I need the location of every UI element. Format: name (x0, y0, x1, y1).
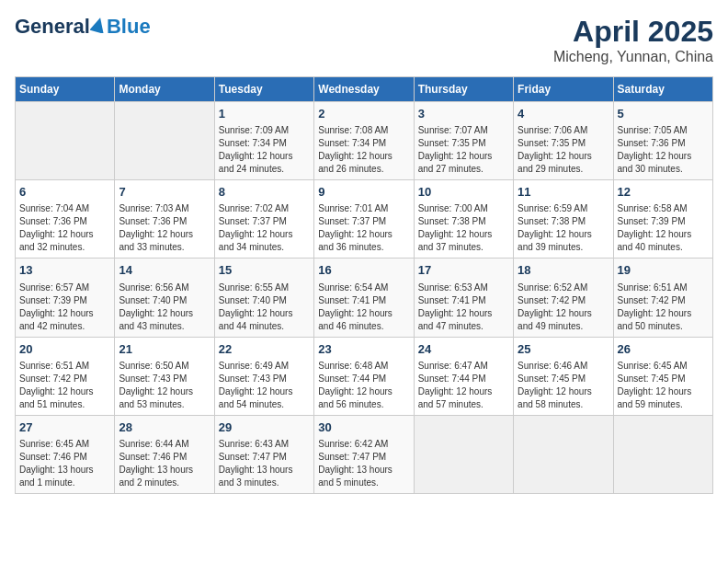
day-info: Sunrise: 6:52 AM Sunset: 7:42 PM Dayligh… (518, 282, 609, 333)
calendar-day-cell: 18Sunrise: 6:52 AM Sunset: 7:42 PM Dayli… (514, 259, 613, 337)
day-of-week-header: Monday (115, 77, 214, 102)
day-info: Sunrise: 6:43 AM Sunset: 7:47 PM Dayligh… (219, 438, 310, 489)
logo-blue: Blue (107, 15, 151, 39)
day-number: 5 (618, 106, 709, 122)
calendar-week-row: 6Sunrise: 7:04 AM Sunset: 7:36 PM Daylig… (16, 180, 713, 259)
day-number: 11 (518, 184, 609, 201)
calendar-day-cell: 30Sunrise: 6:42 AM Sunset: 7:47 PM Dayli… (314, 415, 414, 493)
day-info: Sunrise: 7:00 AM Sunset: 7:38 PM Dayligh… (418, 202, 509, 254)
calendar-title: April 2025 (553, 15, 713, 49)
day-info: Sunrise: 7:07 AM Sunset: 7:35 PM Dayligh… (418, 124, 509, 176)
calendar-day-cell: 10Sunrise: 7:00 AM Sunset: 7:38 PM Dayli… (414, 180, 513, 259)
day-info: Sunrise: 7:06 AM Sunset: 7:35 PM Dayligh… (518, 124, 609, 176)
calendar-day-cell: 26Sunrise: 6:45 AM Sunset: 7:45 PM Dayli… (613, 337, 712, 415)
day-of-week-header: Wednesday (314, 77, 414, 102)
calendar-day-cell: 13Sunrise: 6:57 AM Sunset: 7:39 PM Dayli… (16, 259, 115, 337)
day-number: 29 (219, 419, 310, 436)
day-number: 30 (318, 419, 409, 436)
calendar-week-row: 20Sunrise: 6:51 AM Sunset: 7:42 PM Dayli… (16, 337, 713, 415)
calendar-day-cell: 20Sunrise: 6:51 AM Sunset: 7:42 PM Dayli… (16, 337, 115, 415)
calendar-day-cell: 12Sunrise: 6:58 AM Sunset: 7:39 PM Dayli… (613, 180, 712, 259)
calendar-week-row: 27Sunrise: 6:45 AM Sunset: 7:46 PM Dayli… (16, 415, 713, 493)
calendar-day-cell: 17Sunrise: 6:53 AM Sunset: 7:41 PM Dayli… (414, 259, 513, 337)
calendar-table: SundayMondayTuesdayWednesdayThursdayFrid… (15, 76, 713, 494)
day-of-week-header: Tuesday (214, 77, 313, 102)
day-info: Sunrise: 6:48 AM Sunset: 7:44 PM Dayligh… (318, 360, 409, 411)
day-number: 2 (318, 106, 409, 122)
day-info: Sunrise: 6:57 AM Sunset: 7:39 PM Dayligh… (19, 282, 110, 333)
day-number: 17 (418, 262, 509, 279)
day-number: 3 (418, 106, 509, 122)
calendar-day-cell: 6Sunrise: 7:04 AM Sunset: 7:36 PM Daylig… (16, 180, 115, 259)
calendar-day-cell: 22Sunrise: 6:49 AM Sunset: 7:43 PM Dayli… (214, 337, 313, 415)
day-info: Sunrise: 6:51 AM Sunset: 7:42 PM Dayligh… (19, 360, 110, 411)
calendar-day-cell: 4Sunrise: 7:06 AM Sunset: 7:35 PM Daylig… (514, 102, 613, 180)
day-number: 4 (518, 106, 609, 122)
svg-marker-0 (90, 17, 107, 33)
title-block: April 2025 Micheng, Yunnan, China (553, 15, 713, 65)
calendar-day-cell: 28Sunrise: 6:44 AM Sunset: 7:46 PM Dayli… (115, 415, 214, 493)
day-info: Sunrise: 6:58 AM Sunset: 7:39 PM Dayligh… (618, 202, 709, 254)
day-number: 15 (219, 262, 310, 279)
day-info: Sunrise: 6:45 AM Sunset: 7:46 PM Dayligh… (19, 438, 110, 489)
day-info: Sunrise: 6:55 AM Sunset: 7:40 PM Dayligh… (219, 282, 310, 333)
day-info: Sunrise: 7:08 AM Sunset: 7:34 PM Dayligh… (318, 124, 409, 176)
day-number: 27 (19, 419, 110, 436)
calendar-week-row: 13Sunrise: 6:57 AM Sunset: 7:39 PM Dayli… (16, 259, 713, 337)
calendar-day-cell: 2Sunrise: 7:08 AM Sunset: 7:34 PM Daylig… (314, 102, 414, 180)
day-number: 21 (119, 341, 210, 358)
calendar-day-cell: 29Sunrise: 6:43 AM Sunset: 7:47 PM Dayli… (214, 415, 313, 493)
day-number: 12 (618, 184, 709, 201)
calendar-week-row: 1Sunrise: 7:09 AM Sunset: 7:34 PM Daylig… (16, 102, 713, 180)
day-number: 26 (618, 341, 709, 358)
day-number: 1 (219, 106, 310, 122)
calendar-header-row: SundayMondayTuesdayWednesdayThursdayFrid… (16, 77, 713, 102)
day-number: 16 (318, 262, 409, 279)
calendar-day-cell (613, 415, 712, 493)
logo-triangle (90, 15, 107, 39)
day-of-week-header: Saturday (613, 77, 712, 102)
day-number: 7 (119, 184, 210, 201)
day-info: Sunrise: 7:01 AM Sunset: 7:37 PM Dayligh… (318, 202, 409, 254)
calendar-day-cell: 3Sunrise: 7:07 AM Sunset: 7:35 PM Daylig… (414, 102, 513, 180)
calendar-day-cell (115, 102, 214, 180)
calendar-day-cell: 21Sunrise: 6:50 AM Sunset: 7:43 PM Dayli… (115, 337, 214, 415)
day-info: Sunrise: 6:44 AM Sunset: 7:46 PM Dayligh… (119, 438, 210, 489)
day-info: Sunrise: 7:09 AM Sunset: 7:34 PM Dayligh… (219, 124, 310, 176)
day-info: Sunrise: 6:51 AM Sunset: 7:42 PM Dayligh… (618, 282, 709, 333)
day-info: Sunrise: 6:53 AM Sunset: 7:41 PM Dayligh… (418, 282, 509, 333)
calendar-day-cell: 24Sunrise: 6:47 AM Sunset: 7:44 PM Dayli… (414, 337, 513, 415)
logo: General Blue (15, 15, 151, 39)
day-info: Sunrise: 7:05 AM Sunset: 7:36 PM Dayligh… (618, 124, 709, 176)
day-number: 9 (318, 184, 409, 201)
calendar-day-cell (514, 415, 613, 493)
calendar-day-cell: 1Sunrise: 7:09 AM Sunset: 7:34 PM Daylig… (214, 102, 313, 180)
day-info: Sunrise: 6:56 AM Sunset: 7:40 PM Dayligh… (119, 282, 210, 333)
day-info: Sunrise: 6:46 AM Sunset: 7:45 PM Dayligh… (518, 360, 609, 411)
calendar-day-cell (16, 102, 115, 180)
page-header: General Blue April 2025 Micheng, Yunnan,… (15, 15, 713, 65)
day-info: Sunrise: 6:49 AM Sunset: 7:43 PM Dayligh… (219, 360, 310, 411)
calendar-day-cell: 19Sunrise: 6:51 AM Sunset: 7:42 PM Dayli… (613, 259, 712, 337)
day-info: Sunrise: 6:42 AM Sunset: 7:47 PM Dayligh… (318, 438, 409, 489)
day-number: 22 (219, 341, 310, 358)
day-number: 14 (119, 262, 210, 279)
calendar-day-cell: 7Sunrise: 7:03 AM Sunset: 7:36 PM Daylig… (115, 180, 214, 259)
calendar-day-cell: 23Sunrise: 6:48 AM Sunset: 7:44 PM Dayli… (314, 337, 414, 415)
day-number: 13 (19, 262, 110, 279)
calendar-day-cell: 15Sunrise: 6:55 AM Sunset: 7:40 PM Dayli… (214, 259, 313, 337)
day-info: Sunrise: 6:45 AM Sunset: 7:45 PM Dayligh… (618, 360, 709, 411)
day-number: 18 (518, 262, 609, 279)
calendar-day-cell: 27Sunrise: 6:45 AM Sunset: 7:46 PM Dayli… (16, 415, 115, 493)
day-info: Sunrise: 6:50 AM Sunset: 7:43 PM Dayligh… (119, 360, 210, 411)
calendar-day-cell: 11Sunrise: 6:59 AM Sunset: 7:38 PM Dayli… (514, 180, 613, 259)
day-info: Sunrise: 6:59 AM Sunset: 7:38 PM Dayligh… (518, 202, 609, 254)
day-number: 19 (618, 262, 709, 279)
day-number: 8 (219, 184, 310, 201)
logo-general: General (15, 15, 90, 39)
day-number: 24 (418, 341, 509, 358)
day-of-week-header: Friday (514, 77, 613, 102)
calendar-day-cell: 25Sunrise: 6:46 AM Sunset: 7:45 PM Dayli… (514, 337, 613, 415)
calendar-day-cell: 9Sunrise: 7:01 AM Sunset: 7:37 PM Daylig… (314, 180, 414, 259)
day-number: 20 (19, 341, 110, 358)
